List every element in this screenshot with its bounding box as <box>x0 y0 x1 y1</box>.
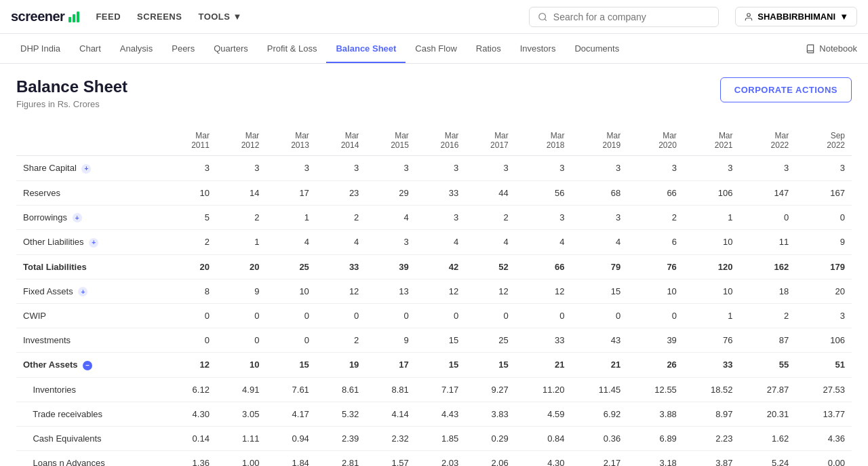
col-header-mar2013: Mar2013 <box>266 125 315 156</box>
balance-sheet-table-container: Mar2011 Mar2012 Mar2013 Mar2014 Mar2015 … <box>16 125 852 466</box>
row-value: 18 <box>740 279 796 304</box>
row-value: 0.14 <box>166 426 216 450</box>
sub-nav-company[interactable]: DHP India <box>11 35 70 63</box>
row-value: 0 <box>216 304 266 328</box>
row-value: 17 <box>266 180 315 205</box>
sub-nav-ratios[interactable]: Ratios <box>467 35 511 63</box>
row-value: 2 <box>740 304 796 328</box>
expand-icon[interactable]: + <box>89 238 98 248</box>
row-label: Reserves <box>16 180 166 205</box>
row-value: 0 <box>266 328 315 353</box>
row-value: 3 <box>316 156 366 181</box>
table-row: CWIP0000000000123 <box>16 304 852 328</box>
main-nav-links: FEED SCREENS TOOLS ▼ <box>96 12 241 22</box>
top-navigation: screener FEED SCREENS TOOLS ▼ SHABBIRBHI… <box>0 0 868 34</box>
row-value: 27.53 <box>795 377 852 402</box>
sub-nav-investors[interactable]: Investors <box>511 35 566 63</box>
tools-nav-link[interactable]: TOOLS ▼ <box>198 12 241 22</box>
col-header-label <box>16 125 166 156</box>
row-value: 3 <box>366 230 415 255</box>
row-value: 7.17 <box>416 377 465 402</box>
row-value: 2.06 <box>465 450 515 466</box>
sub-nav-analysis[interactable]: Analysis <box>111 35 162 63</box>
row-value: 9 <box>216 279 266 304</box>
row-value: 9 <box>795 230 852 255</box>
page-subtitle: Figures in Rs. Crores <box>16 99 127 109</box>
logo[interactable]: screener <box>11 9 79 24</box>
corporate-actions-button[interactable]: CORPORATE ACTIONS <box>720 77 852 102</box>
notebook-icon <box>806 44 815 54</box>
notebook-button[interactable]: Notebook <box>806 43 857 54</box>
row-value: 25 <box>266 254 315 279</box>
svg-point-2 <box>747 13 751 16</box>
search-icon <box>538 12 548 22</box>
row-value: 0 <box>515 304 572 328</box>
header-row: Mar2011 Mar2012 Mar2013 Mar2014 Mar2015 … <box>16 125 852 156</box>
row-value: 0 <box>465 304 515 328</box>
sub-nav-chart[interactable]: Chart <box>70 35 111 63</box>
row-value: 12 <box>465 279 515 304</box>
row-value: 55 <box>740 353 796 378</box>
row-value: 33 <box>416 180 465 205</box>
row-label: Inventories <box>16 377 166 402</box>
row-value: 0.00 <box>795 450 852 466</box>
row-value: 2 <box>627 205 684 230</box>
row-value: 0 <box>166 328 216 353</box>
sub-nav-profit-loss[interactable]: Profit & Loss <box>258 35 327 63</box>
row-value: 9.27 <box>465 377 515 402</box>
row-value: 2 <box>166 230 216 255</box>
row-value: 2 <box>316 328 366 353</box>
row-value: 0.94 <box>266 426 315 450</box>
sub-nav-documents[interactable]: Documents <box>565 35 629 63</box>
row-value: 6 <box>627 230 684 255</box>
row-value: 11.45 <box>571 377 627 402</box>
row-value: 43 <box>571 328 627 353</box>
row-value: 2 <box>316 205 366 230</box>
row-value: 4 <box>316 230 366 255</box>
row-value: 20 <box>216 254 266 279</box>
row-label: CWIP <box>16 304 166 328</box>
sub-nav-quarters[interactable]: Quarters <box>204 35 258 63</box>
col-header-mar2019: Mar2019 <box>571 125 627 156</box>
row-value: 33 <box>316 254 366 279</box>
page-title-section: Balance Sheet Figures in Rs. Crores <box>16 77 127 109</box>
logo-bar-2 <box>73 14 75 22</box>
expand-icon[interactable]: + <box>73 213 82 222</box>
row-value: 0 <box>366 304 415 328</box>
sub-navigation: DHP India Chart Analysis Peers Quarters … <box>0 34 868 64</box>
row-value: 0 <box>316 304 366 328</box>
row-value: 3 <box>740 156 796 181</box>
row-value: 10 <box>684 279 740 304</box>
user-chevron-icon: ▼ <box>840 12 848 22</box>
row-value: 15 <box>465 353 515 378</box>
sub-nav-peers[interactable]: Peers <box>162 35 204 63</box>
row-value: 10 <box>266 279 315 304</box>
row-value: 15 <box>416 353 465 378</box>
sub-nav-balance-sheet[interactable]: Balance Sheet <box>326 35 406 63</box>
expand-icon[interactable]: + <box>81 164 91 174</box>
sub-nav-cash-flow[interactable]: Cash Flow <box>406 35 466 63</box>
row-value: 1 <box>684 304 740 328</box>
row-value: 0 <box>571 304 627 328</box>
user-menu-button[interactable]: SHABBIRBHIMANI ▼ <box>735 7 857 26</box>
row-value: 8.61 <box>316 377 366 402</box>
feed-nav-link[interactable]: FEED <box>96 12 121 22</box>
row-value: 79 <box>571 254 627 279</box>
row-value: 39 <box>366 254 415 279</box>
svg-point-0 <box>539 13 546 20</box>
search-bar[interactable] <box>529 7 719 27</box>
expand-icon[interactable]: + <box>78 287 87 296</box>
logo-bars-icon <box>68 12 79 22</box>
screens-nav-link[interactable]: SCREENS <box>137 12 182 22</box>
row-value: 106 <box>795 328 852 353</box>
shrink-icon[interactable]: − <box>83 361 92 370</box>
row-value: 12 <box>416 279 465 304</box>
table-body: Share Capital +3333333333333Reserves1014… <box>16 156 852 467</box>
search-input[interactable] <box>553 12 710 22</box>
row-value: 68 <box>571 180 627 205</box>
row-value: 13 <box>366 279 415 304</box>
row-value: 12 <box>316 279 366 304</box>
table-row: Reserves10141723293344566866106147167 <box>16 180 852 205</box>
table-row: Investments0002915253343397687106 <box>16 328 852 353</box>
row-value: 5.24 <box>740 450 796 466</box>
